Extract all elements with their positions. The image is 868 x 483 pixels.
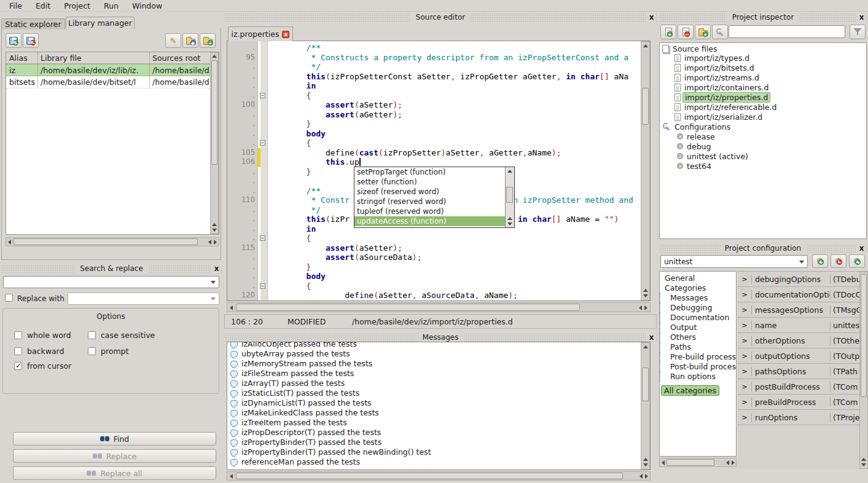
message-item[interactable]: izMakeLinkedClass passed the tests — [229, 407, 640, 417]
message-item[interactable]: izPropDescriptor(T) passed the tests — [229, 427, 640, 437]
completion-item[interactable]: tupleof (reserved word) — [354, 206, 505, 216]
expand-icon[interactable]: > — [738, 275, 751, 283]
tree-file-item[interactable]: import/iz/containers.d — [660, 82, 866, 92]
option-row[interactable]: >preBuildProcess(TCom — [738, 395, 859, 410]
tree-file-item[interactable]: import/iz/types.d — [660, 53, 866, 63]
category-item[interactable]: Debugging — [660, 303, 736, 313]
replace-input[interactable] — [68, 293, 219, 305]
fold-marker-icon[interactable]: − — [260, 140, 265, 146]
remove-library-button[interactable]: − — [23, 33, 39, 48]
expand-icon[interactable]: > — [738, 414, 751, 422]
message-item[interactable]: izPropertyBinder(T) passed the newBindin… — [229, 447, 640, 457]
message-item[interactable]: izDynamicList(T) passed the tests — [229, 398, 640, 407]
find-button[interactable]: Find — [13, 432, 216, 446]
remove-source-button[interactable]: − — [678, 25, 694, 39]
menu-edit[interactable]: Edit — [29, 1, 57, 11]
completion-item[interactable]: setter (function) — [354, 177, 505, 187]
add-configuration-button[interactable]: + — [812, 254, 828, 268]
library-table[interactable]: AliasLibrary fileSources root iz/home/ba… — [6, 52, 219, 235]
add-folder-button[interactable]: + — [695, 25, 711, 39]
tree-file-item[interactable]: import/iz/referencable.d — [660, 102, 866, 112]
editor-tab[interactable]: iz.properties x — [228, 26, 293, 41]
replace-button[interactable]: Replace — [13, 449, 216, 463]
completion-item[interactable]: setPropTarget (function) — [354, 167, 505, 177]
tree-configuration-item[interactable]: release — [660, 132, 866, 141]
option-row[interactable]: >otherOptions(TOthe — [738, 333, 859, 348]
add-library-button[interactable]: + — [6, 33, 22, 48]
menu-window[interactable]: Window — [125, 1, 169, 11]
option-row[interactable]: >postBuildProcess(TCom — [738, 379, 859, 395]
option-checkbox[interactable] — [14, 331, 22, 339]
tree-configuration-item[interactable]: unittest (active) — [660, 151, 866, 161]
category-top-categories[interactable]: Categories — [660, 283, 736, 293]
close-messages[interactable]: x — [647, 332, 656, 342]
edit-library-button[interactable]: ✎ — [165, 33, 181, 48]
category-item[interactable]: Pre-build process — [660, 352, 736, 362]
expand-icon[interactable]: > — [738, 321, 751, 329]
column-header[interactable]: Library file — [38, 52, 150, 63]
completion-item[interactable]: updateAccess (function) — [354, 216, 505, 226]
options-vscrollbar[interactable] — [859, 272, 868, 469]
replace-all-button[interactable]: Replace all — [13, 466, 216, 480]
add-library-folder-button[interactable]: + — [200, 33, 216, 48]
library-table-hscrollbar[interactable] — [6, 237, 219, 246]
expand-icon[interactable]: > — [738, 383, 751, 391]
category-item[interactable]: Others — [660, 332, 736, 342]
replace-with-checkbox[interactable] — [5, 294, 13, 302]
close-project-configuration[interactable]: x — [857, 243, 866, 253]
tree-root-configurations[interactable]: Configurations — [660, 122, 866, 132]
message-item[interactable]: izStaticList(T) passed the tests — [229, 388, 640, 398]
code-editor[interactable]: . /**95 * Constructs a property descript… — [227, 41, 651, 301]
category-item[interactable]: Paths — [660, 342, 736, 352]
close-search-panel[interactable]: x — [212, 264, 221, 273]
option-checkbox[interactable] — [14, 362, 22, 370]
expand-icon[interactable]: > — [738, 291, 751, 299]
expand-icon[interactable]: > — [738, 306, 751, 314]
category-top-general[interactable]: General — [660, 273, 736, 283]
tree-file-item[interactable]: import/iz/streams.d — [660, 73, 866, 82]
library-row[interactable]: iz/home/basile/dev/iz/lib/iz./home/basil… — [6, 64, 210, 76]
message-item[interactable]: izFileStream passed the tests — [229, 368, 640, 378]
library-table-vscrollbar[interactable] — [210, 52, 219, 234]
option-row[interactable]: >nameunittest — [738, 318, 859, 333]
open-library-folder-button[interactable]: ◆ — [182, 33, 198, 48]
completion-item[interactable]: sizeof (reserved word) — [354, 187, 505, 197]
all-categories-item[interactable]: All categories — [661, 385, 719, 396]
messages-vscrollbar[interactable] — [641, 342, 650, 469]
expand-icon[interactable]: > — [738, 367, 751, 375]
project-settings-button[interactable] — [712, 25, 728, 39]
configuration-categories[interactable]: GeneralCategoriesMessagesDebuggingDocume… — [659, 271, 737, 457]
library-row[interactable]: bitsets/home/basile/dev/bitset/l/home/ba… — [6, 76, 210, 88]
configuration-options-grid[interactable]: >debugingOptions(TDebu>documentationOpti… — [738, 271, 868, 469]
message-item[interactable]: izTreeItem passed the tests — [229, 417, 640, 427]
tree-file-item[interactable]: import/iz/properties.d — [660, 92, 866, 102]
configuration-select[interactable]: unittest — [660, 255, 808, 268]
search-input[interactable] — [3, 276, 219, 288]
expand-icon[interactable]: > — [738, 352, 751, 360]
category-item[interactable]: Documentation — [660, 313, 736, 323]
completion-scrollbar[interactable] — [505, 167, 514, 227]
close-project-inspector[interactable]: x — [857, 12, 866, 22]
categories-hscrollbar[interactable] — [659, 458, 737, 467]
option-checkbox[interactable] — [88, 347, 96, 355]
completion-item[interactable]: stringof (reserved word) — [354, 197, 505, 206]
message-item[interactable]: izArray(T) passed the tests — [229, 378, 640, 388]
message-item[interactable]: izPropertyBinder(T) passed the tests — [229, 437, 640, 447]
clone-configuration-button[interactable]: ➜ — [849, 254, 865, 268]
messages-hscrollbar[interactable] — [227, 471, 651, 481]
add-source-button[interactable]: + — [660, 25, 676, 39]
remove-configuration-button[interactable]: − — [831, 254, 846, 268]
menu-project[interactable]: Project — [57, 1, 97, 11]
menu-file[interactable]: File — [2, 1, 29, 11]
message-item[interactable]: ubyteArray passed the tests — [229, 348, 640, 358]
expand-icon[interactable]: > — [738, 337, 751, 345]
option-row[interactable]: >pathsOptions(TPath — [738, 364, 859, 379]
tree-configuration-item[interactable]: test64 — [660, 161, 866, 171]
tree-file-item[interactable]: import/iz/serializer.d — [660, 112, 866, 122]
filter-button[interactable] — [850, 25, 866, 39]
close-tab-icon[interactable]: x — [282, 31, 289, 38]
editor-vscrollbar[interactable] — [641, 41, 650, 300]
project-inspector-tree[interactable]: Source filesimport/iz/types.dimport/iz/b… — [659, 42, 867, 239]
fold-marker-icon[interactable]: − — [260, 283, 265, 289]
messages-list[interactable]: izAllocObject passed the testsubyteArray… — [227, 342, 651, 470]
